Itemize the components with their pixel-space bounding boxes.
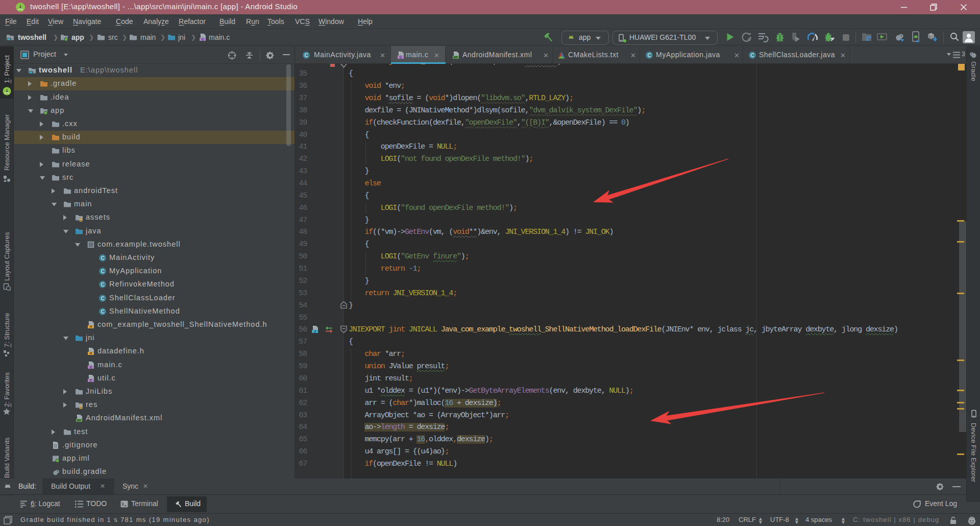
svg-text:A: A — [747, 37, 751, 42]
